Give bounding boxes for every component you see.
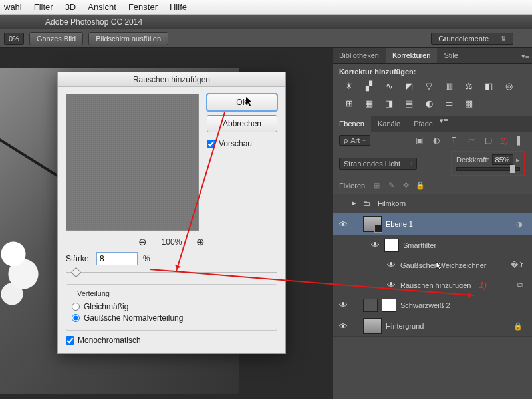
- visibility-toggle[interactable]: 👁: [370, 240, 380, 250]
- layers-panel-tabs: Ebenen Kanäle Pfade ▾≡: [332, 116, 532, 132]
- filter-options-icon[interactable]: ⧉: [517, 281, 527, 289]
- opacity-field[interactable]: 85%: [492, 154, 513, 165]
- distribution-group-label: Verteilung: [74, 289, 112, 297]
- distribution-uniform[interactable]: Gleichmäßig: [72, 302, 271, 311]
- lock-icon: 🔒: [513, 322, 527, 331]
- add-noise-dialog: Rauschen hinzufügen OK Abbrechen Vorscha…: [57, 72, 286, 354]
- filter-type-icon[interactable]: T: [448, 136, 459, 145]
- fill-screen-button[interactable]: Bildschirm ausfüllen: [88, 32, 168, 45]
- exposure-icon[interactable]: ◩: [402, 80, 416, 92]
- filter-pixel-icon[interactable]: ▣: [414, 136, 424, 145]
- filter-adjust-icon[interactable]: ◐: [431, 136, 442, 145]
- opacity-label: Deckkraft:: [456, 156, 489, 164]
- filter-entry-gaussian[interactable]: 👁 Gaußscher Weichzeichner �ử: [332, 255, 532, 275]
- filter-toggle-icon[interactable]: ▌: [515, 136, 525, 145]
- brightness-icon[interactable]: ☀: [342, 80, 356, 92]
- noise-preview: [66, 94, 199, 231]
- photo-filter-icon[interactable]: ◎: [501, 80, 516, 92]
- tab-adjustments[interactable]: Korrekturen: [386, 48, 437, 63]
- visibility-toggle[interactable]: 👁: [338, 321, 348, 331]
- channel-mixer-icon[interactable]: ⊞: [342, 97, 356, 109]
- layer-name: Filmkorn: [378, 200, 406, 207]
- layer-name: Hintergrund: [386, 322, 424, 330]
- vibrance-icon[interactable]: ▽: [422, 80, 436, 92]
- layer-filter-bar: ρArt ▣ ◐ T ▱ ▢ 2) ▌: [332, 132, 532, 148]
- lock-label: Fixieren:: [339, 182, 367, 190]
- zoom-in-icon[interactable]: ⊕: [196, 236, 205, 248]
- layer-row-selected[interactable]: 👁 Ebene 1 ◑: [332, 213, 532, 235]
- preview-checkbox[interactable]: Vorschau: [207, 139, 277, 148]
- hue-icon[interactable]: ▥: [442, 80, 456, 92]
- dialog-title: Rauschen hinzufügen: [58, 72, 285, 87]
- menu-item[interactable]: Filter: [34, 2, 53, 12]
- filter-smart-icon[interactable]: ▢: [483, 136, 493, 145]
- lock-position-icon[interactable]: ✥: [400, 181, 411, 190]
- opacity-slider[interactable]: [456, 167, 520, 171]
- visibility-toggle[interactable]: 👁: [386, 260, 396, 270]
- posterize-icon[interactable]: ▤: [402, 97, 416, 109]
- menu-item[interactable]: Ansicht: [88, 2, 116, 12]
- lookup-icon[interactable]: ▦: [362, 97, 376, 109]
- bw-icon[interactable]: ◧: [481, 80, 496, 92]
- invert-icon[interactable]: ◨: [382, 97, 396, 109]
- folder-icon: 🗀: [363, 200, 374, 207]
- visibility-toggle[interactable]: 👁: [338, 300, 348, 310]
- filter-shape-icon[interactable]: ▱: [466, 136, 476, 145]
- monochromatic-checkbox[interactable]: Monochromatisch: [66, 336, 277, 345]
- menu-item[interactable]: Fenster: [128, 2, 158, 12]
- tab-paths[interactable]: Pfade: [407, 116, 440, 132]
- ok-button[interactable]: OK: [207, 94, 277, 111]
- preview-label: Vorschau: [219, 139, 252, 148]
- layer-group-row[interactable]: ▸ 🗀 Filmkorn: [332, 194, 532, 213]
- curves-icon[interactable]: ∿: [382, 80, 396, 92]
- zoom-out-icon[interactable]: ⊖: [138, 236, 147, 248]
- levels-icon[interactable]: ▞: [362, 80, 376, 92]
- balance-icon[interactable]: ⚖: [462, 80, 476, 92]
- panel-menu-icon[interactable]: ▾≡: [440, 116, 448, 132]
- menu-item[interactable]: Hilfe: [170, 2, 187, 12]
- distribution-gaussian[interactable]: Gaußsche Normalverteilung: [72, 313, 271, 323]
- tab-channels[interactable]: Kanäle: [371, 116, 407, 132]
- workspace-dropdown[interactable]: Grundelemente: [431, 33, 513, 45]
- layer-name: Schwarzweiß 2: [400, 301, 450, 309]
- mac-menubar: wahl Filter 3D Ansicht Fenster Hilfe: [0, 0, 532, 15]
- smartfilter-row[interactable]: 👁 Smartfilter: [332, 235, 532, 255]
- threshold-icon[interactable]: ◐: [422, 97, 436, 109]
- fit-screen-button[interactable]: Ganzes Bild: [29, 32, 83, 45]
- tab-layers[interactable]: Ebenen: [332, 116, 371, 132]
- amount-label: Stärke:: [66, 254, 91, 263]
- annotation-1: 1): [479, 280, 487, 290]
- filter-kind-dropdown[interactable]: ρArt: [339, 135, 370, 146]
- adjustment-icons: ☀ ▞ ∿ ◩ ▽ ▥ ⚖ ◧ ◎ ⊞ ▦ ◨ ▤ ◐ ▭ ▩: [332, 77, 532, 116]
- lock-all-icon[interactable]: 🔒: [415, 181, 426, 190]
- opacity-control-highlight: Deckkraft: 85% ▸: [451, 151, 525, 176]
- visibility-toggle[interactable]: 👁: [338, 219, 348, 229]
- filter-options-icon[interactable]: �ử: [511, 261, 527, 269]
- selective-color-icon[interactable]: ▩: [462, 97, 476, 109]
- lock-pixels-icon[interactable]: ✎: [386, 181, 396, 190]
- smartfilter-label: Smartfilter: [403, 241, 436, 249]
- app-titlebar: Adobe Photoshop CC 2014: [0, 15, 532, 29]
- layer-row-background[interactable]: 👁 Hintergrund 🔒: [332, 315, 532, 337]
- lock-transparent-icon[interactable]: ▦: [371, 181, 382, 190]
- panel-menu-icon[interactable]: ▾≡: [519, 48, 532, 63]
- menu-item[interactable]: wahl: [4, 2, 22, 12]
- opacity-flyout-icon[interactable]: ▸: [516, 156, 520, 164]
- gradient-map-icon[interactable]: ▭: [442, 97, 456, 109]
- annotation-2: 2): [500, 136, 508, 146]
- adjustments-panel-tabs: Bibliotheken Korrekturen Stile ▾≡: [332, 48, 532, 64]
- amount-input[interactable]: [96, 252, 138, 265]
- app-title: Adobe Photoshop CC 2014: [45, 17, 142, 27]
- cursor-icon: [436, 261, 444, 272]
- menu-item[interactable]: 3D: [65, 2, 76, 12]
- blend-mode-dropdown[interactable]: Strahlendes Licht: [339, 158, 417, 170]
- layers-list: ▸ 🗀 Filmkorn 👁 Ebene 1 ◑ 👁 Smartfilter 👁…: [332, 194, 532, 337]
- tab-libraries[interactable]: Bibliotheken: [332, 48, 386, 63]
- layer-row-bw[interactable]: 👁 Schwarzweiß 2: [332, 295, 532, 315]
- disclosure-icon[interactable]: ▸: [352, 199, 359, 207]
- options-bar: 0% Ganzes Bild Bildschirm ausfüllen Grun…: [0, 29, 532, 48]
- cancel-button[interactable]: Abbrechen: [207, 115, 277, 132]
- zoom-percent: 100%: [162, 237, 182, 247]
- zoom-field[interactable]: 0%: [4, 33, 24, 45]
- tab-styles[interactable]: Stile: [437, 48, 464, 63]
